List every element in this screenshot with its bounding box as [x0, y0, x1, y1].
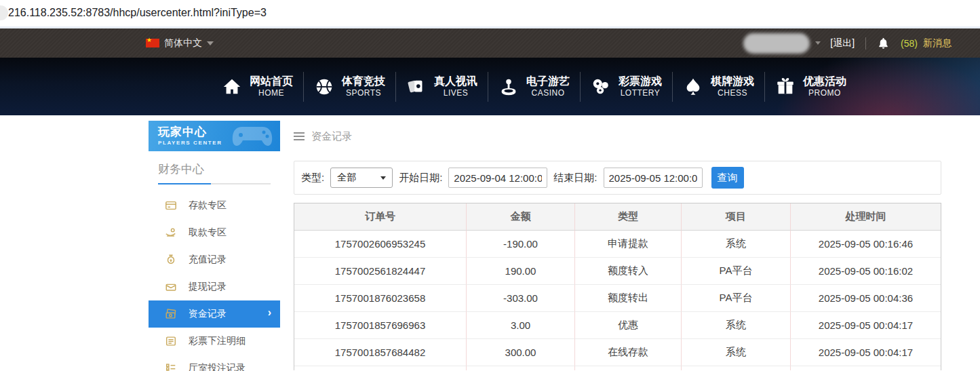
- cell-project: [681, 366, 790, 370]
- hamburger-icon[interactable]: [294, 130, 305, 142]
- col-header-amount: 金额: [466, 203, 574, 231]
- spade-icon: [683, 77, 703, 97]
- end-date-input[interactable]: [604, 168, 703, 188]
- cell-project: 系统: [681, 231, 790, 258]
- sidebar-item-withdraw-zone[interactable]: 取款专区: [149, 219, 280, 246]
- cards-icon: [406, 77, 427, 97]
- cell-amount: [466, 366, 574, 370]
- cell-order-no: 1757001857696963: [294, 312, 466, 339]
- sidebar-item-recharge-records[interactable]: 充值记录: [149, 246, 280, 273]
- browser-chrome-fragment: [0, 5, 8, 20]
- cash-icon: [165, 308, 177, 320]
- basketball-icon: [314, 77, 334, 97]
- sidebar-item-lottery-bet-details[interactable]: 彩票下注明细: [149, 328, 280, 355]
- sidebar-item-room-bet-records[interactable]: 厅室投注记录: [149, 355, 280, 371]
- cell-time: 2025-09-05 00:04:36: [790, 285, 941, 312]
- list-detail-icon: [165, 362, 177, 371]
- cell-amount: 190.00: [466, 258, 574, 285]
- sidebar-item-withdrawal-records[interactable]: 提现记录: [149, 273, 280, 300]
- cell-time: [790, 366, 941, 370]
- sidebar-item-label: 资金记录: [189, 308, 227, 320]
- home-icon: [222, 77, 242, 97]
- nav-item-home[interactable]: 网站首页HOME: [212, 58, 303, 115]
- top-bar: ★ 简体中文 [退出] (58) 新消息: [0, 28, 980, 58]
- sidebar-item-label: 彩票下注明细: [189, 335, 246, 347]
- nav-label-zh: 网站首页: [250, 75, 293, 88]
- start-date-input[interactable]: [448, 168, 547, 188]
- nav-label-en: HOME: [258, 88, 284, 98]
- nav-label-en: CASINO: [531, 88, 564, 98]
- breadcrumb: 资金记录: [294, 127, 941, 146]
- table-row: 1757002606953245 -190.00 申请提款 系统 2025-09…: [294, 231, 941, 258]
- username-blurred[interactable]: [743, 33, 810, 54]
- language-label: 简体中文: [164, 37, 202, 50]
- nav-item-promo[interactable]: 优惠活动PROMO: [765, 58, 857, 115]
- filter-bar: 类型: 全部 开始日期: 结束日期: 查询: [294, 161, 941, 195]
- finance-section-label: 财务中心: [158, 161, 271, 177]
- nav-label-en: SPORTS: [346, 88, 381, 98]
- message-count[interactable]: (58): [901, 38, 918, 49]
- cell-order-no: 1757002561824447: [294, 258, 466, 285]
- nav-item-casino[interactable]: 电子游艺CASINO: [488, 58, 580, 115]
- nav-item-sports[interactable]: 体育竞技SPORTS: [304, 58, 395, 115]
- table-header-row: 订单号 金额 类型 项目 处理时间: [294, 203, 941, 231]
- cell-order-no: 1757002606953245: [294, 231, 466, 258]
- nav-item-lottery[interactable]: 彩票游戏LOTTERY: [581, 58, 672, 115]
- user-chevron-down-icon[interactable]: [815, 41, 821, 45]
- url-text[interactable]: 216.118.235.52:8783/hhcp/usercenter.html…: [8, 7, 267, 19]
- col-header-order-no: 订单号: [294, 203, 466, 231]
- table-row: 1757001857684482 300.00 在线存款 系统 2025-09-…: [294, 339, 941, 366]
- nav-label-zh: 彩票游戏: [619, 75, 662, 88]
- sidebar-header: 玩家中心 PLAYERS CENTER: [149, 121, 280, 151]
- cell-type: 额度转入: [574, 258, 681, 285]
- logout-link[interactable]: [退出]: [830, 37, 855, 50]
- nav-label-en: LOTTERY: [621, 88, 661, 98]
- table-row: 1757001857696963 3.00 优惠 系统 2025-09-05 0…: [294, 312, 941, 339]
- table-body: 1757002606953245 -190.00 申请提款 系统 2025-09…: [294, 231, 941, 370]
- bell-icon[interactable]: [877, 37, 890, 50]
- message-label[interactable]: 新消息: [923, 37, 952, 50]
- select-caret-icon: [380, 176, 386, 180]
- nav-label-en: PROMO: [808, 88, 841, 98]
- sidebar: 玩家中心 PLAYERS CENTER 财务中心 存款专区 取款专区 充值记录 …: [149, 121, 280, 371]
- withdraw-hand-icon: [165, 227, 177, 239]
- cell-project: 系统: [681, 339, 790, 366]
- nav-label-zh: 真人视讯: [434, 75, 477, 88]
- user-area: [退出] (58) 新消息: [743, 28, 952, 58]
- nav-item-chess[interactable]: 棋牌游戏CHESS: [673, 58, 764, 115]
- cell-amount: -303.00: [466, 285, 574, 312]
- lottery-balls-icon: [591, 77, 611, 97]
- nav-label-zh: 体育竞技: [342, 75, 385, 88]
- sidebar-menu: 存款专区 取款专区 充值记录 提现记录 资金记录 › 彩票下注明细 厅室投注记录: [149, 192, 280, 371]
- cell-order-no: 1757001876023658: [294, 285, 466, 312]
- start-date-label: 开始日期:: [399, 172, 442, 184]
- language-selector[interactable]: ★ 简体中文: [146, 28, 214, 58]
- type-select[interactable]: 全部: [330, 168, 393, 188]
- nav-label-zh: 优惠活动: [803, 75, 846, 88]
- funds-table: 订单号 金额 类型 项目 处理时间 1757002606953245 -190.…: [294, 203, 941, 370]
- cell-time: 2025-09-05 00:16:02: [790, 258, 941, 285]
- nav-label-en: CHESS: [718, 88, 747, 98]
- sidebar-item-label: 取款专区: [189, 227, 227, 239]
- end-date-label: 结束日期:: [553, 172, 597, 184]
- sidebar-item-funds-records[interactable]: 资金记录 ›: [149, 300, 280, 328]
- topbar-divider: [865, 37, 866, 50]
- money-bag-icon: [165, 254, 177, 266]
- cell-amount: -190.00: [466, 231, 574, 258]
- wallet-icon: [165, 281, 177, 293]
- finance-section: 财务中心: [158, 161, 271, 184]
- sidebar-item-label: 提现记录: [189, 281, 227, 293]
- gift-icon: [775, 77, 796, 97]
- chevron-down-icon: [207, 41, 214, 45]
- main-nav: 网站首页HOME 体育竞技SPORTS 真人视讯LIVES 电子游艺CASINO…: [0, 58, 980, 115]
- cell-project: PA平台: [681, 258, 790, 285]
- cell-type: 在线存款: [574, 339, 681, 366]
- cell-amount: 3.00: [466, 312, 574, 339]
- sidebar-item-deposit-zone[interactable]: 存款专区: [149, 192, 280, 219]
- cell-amount: 300.00: [466, 339, 574, 366]
- nav-item-lives[interactable]: 真人视讯LIVES: [396, 58, 488, 115]
- sidebar-item-label: 厅室投注记录: [189, 362, 246, 371]
- finance-section-underline: [158, 183, 271, 184]
- browser-url-bar: 216.118.235.52:8783/hhcp/usercenter.html…: [0, 0, 980, 28]
- search-button[interactable]: 查询: [711, 167, 744, 189]
